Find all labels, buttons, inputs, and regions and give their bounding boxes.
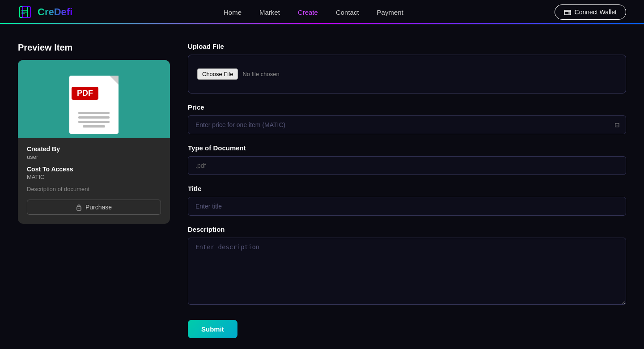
form-section: Upload File Choose File No file chosen P… [188, 43, 626, 338]
upload-group: Upload File Choose File No file chosen [188, 43, 626, 94]
file-input-container: Choose File No file chosen [197, 68, 617, 80]
nav-contact[interactable]: Contact [336, 9, 359, 16]
nav-payment[interactable]: Payment [377, 9, 403, 16]
svg-point-9 [78, 208, 79, 209]
pdf-line-1 [78, 112, 110, 114]
logo: CreDefi [18, 4, 72, 20]
pdf-badge: PDF [72, 87, 98, 100]
no-file-text: No file chosen [242, 71, 279, 77]
pdf-line-2 [78, 116, 110, 119]
description-label: Description [188, 226, 626, 233]
pdf-line-4 [83, 125, 105, 128]
preview-card-info: Created By user Cost To Access MATIC Des… [18, 138, 170, 224]
title-input[interactable] [188, 197, 626, 216]
created-by-label: Created By [27, 145, 161, 153]
wallet-icon [564, 9, 571, 16]
connect-wallet-button[interactable]: Connect Wallet [555, 4, 626, 20]
doc-type-group: Type of Document [188, 144, 626, 175]
pdf-icon: PDF [65, 64, 123, 134]
preview-description: Description of document [27, 186, 161, 192]
description-textarea[interactable] [188, 238, 626, 305]
doc-type-label: Type of Document [188, 144, 626, 152]
header: CreDefi Home Market Create Contact Payme… [0, 0, 644, 25]
title-group: Title [188, 185, 626, 216]
price-label: Price [188, 103, 626, 111]
logo-text: CreDefi [38, 6, 72, 18]
connect-wallet-label: Connect Wallet [575, 9, 617, 16]
logo-icon [18, 4, 34, 20]
cost-value: MATIC [27, 174, 161, 180]
svg-rect-7 [568, 13, 570, 14]
purchase-button[interactable]: Purchase [27, 200, 161, 215]
nav-market[interactable]: Market [259, 9, 280, 16]
preview-title: Preview Item [18, 43, 170, 53]
upload-label: Upload File [188, 43, 626, 50]
main-nav: Home Market Create Contact Payment [224, 9, 403, 16]
nav-home[interactable]: Home [224, 9, 242, 16]
price-icon: ⊟ [614, 121, 620, 128]
preview-image-area: PDF [18, 60, 170, 138]
created-by-value: user [27, 153, 161, 160]
pdf-line-3 [78, 121, 110, 123]
price-input[interactable] [188, 115, 626, 134]
price-group: Price ⊟ [188, 103, 626, 134]
lock-icon [76, 204, 82, 211]
pdf-page: PDF [69, 76, 119, 134]
choose-file-button[interactable]: Choose File [197, 68, 238, 80]
preview-card: PDF Created By user Cost To Access MATIC… [18, 60, 170, 224]
title-label: Title [188, 185, 626, 192]
main-content: Preview Item PDF Created By user Cost To… [0, 25, 644, 349]
doc-type-input[interactable] [188, 156, 626, 175]
upload-box: Choose File No file chosen [188, 55, 626, 94]
purchase-label: Purchase [85, 204, 112, 211]
price-input-wrapper: ⊟ [188, 115, 626, 134]
preview-section: Preview Item PDF Created By user Cost To… [18, 43, 170, 338]
cost-label: Cost To Access [27, 166, 161, 173]
submit-button[interactable]: Submit [188, 320, 237, 338]
nav-create[interactable]: Create [298, 9, 318, 16]
svg-rect-6 [564, 10, 571, 15]
description-group: Description [188, 226, 626, 306]
